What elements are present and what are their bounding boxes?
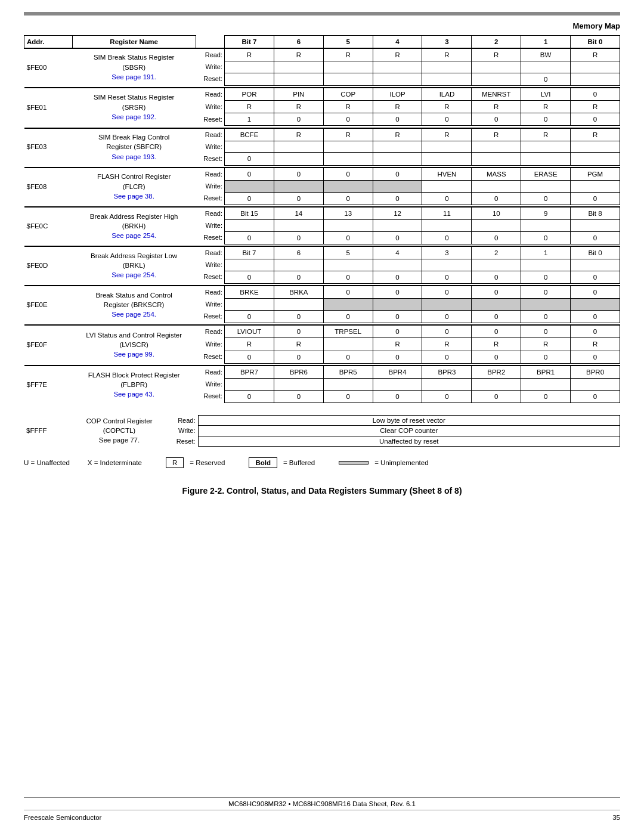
bit-cell: R bbox=[373, 338, 422, 351]
bit-cell: R bbox=[274, 101, 323, 113]
bit-cell: 11 bbox=[422, 207, 472, 220]
bit-cell: 0 bbox=[571, 390, 620, 402]
bit-cell: 0 bbox=[422, 390, 472, 402]
bit-cell: 0 bbox=[225, 168, 274, 181]
cop-write-label: Write: bbox=[173, 426, 198, 436]
bit-cell bbox=[274, 181, 323, 192]
bit-cell: 0 bbox=[274, 310, 323, 323]
cop-read-label: Read: bbox=[173, 415, 198, 425]
col-header-bit6: 6 bbox=[274, 36, 323, 49]
bit-cell bbox=[225, 181, 274, 192]
bit-cell: 14 bbox=[274, 207, 323, 220]
bit-cell bbox=[274, 61, 323, 73]
bit-cell bbox=[422, 61, 472, 73]
reg-link[interactable]: See page 254. bbox=[112, 271, 156, 278]
bit-cell: 0 bbox=[521, 286, 571, 299]
bit-cell: 0 bbox=[323, 192, 373, 205]
rw-cell: Write: bbox=[196, 379, 224, 390]
reg-link[interactable]: See page 192. bbox=[112, 113, 156, 120]
col-header-bit2: 2 bbox=[472, 36, 521, 49]
cop-read-row: $FFFF COP Control Register(COPCTL)See pa… bbox=[24, 415, 620, 425]
rw-cell: Write: bbox=[196, 220, 224, 231]
regname-cell: SIM Reset Status Register(SRSR)See page … bbox=[72, 88, 196, 126]
reg-link[interactable]: See page 43. bbox=[113, 391, 154, 398]
bit-cell: 0 bbox=[521, 351, 571, 363]
cop-read-value: Low byte of reset vector bbox=[198, 415, 620, 425]
bit-cell: 0 bbox=[373, 192, 422, 205]
rw-cell: Reset: bbox=[196, 351, 224, 363]
reg-link[interactable]: See page 254. bbox=[112, 232, 156, 239]
bit-cell bbox=[274, 73, 323, 85]
rw-cell: Reset: bbox=[196, 153, 224, 165]
reg-link[interactable]: See page 191. bbox=[112, 73, 156, 80]
bit-cell bbox=[323, 73, 373, 85]
footer-left: Freescale Semiconductor bbox=[24, 814, 101, 821]
bit-cell: 0 bbox=[472, 113, 521, 126]
bit-cell: 0 bbox=[571, 88, 620, 101]
bit-cell: 0 bbox=[274, 390, 323, 402]
bit-cell bbox=[225, 379, 274, 390]
reg-link[interactable]: See page 99. bbox=[113, 351, 154, 358]
table-row: $FE01SIM Reset Status Register(SRSR)See … bbox=[24, 88, 620, 101]
col-header-regname: Register Name bbox=[72, 36, 196, 49]
bit-cell bbox=[571, 181, 620, 192]
bit-cell: 2 bbox=[472, 246, 521, 259]
reg-link[interactable]: See page 38. bbox=[113, 193, 154, 200]
rw-cell: Read: bbox=[196, 366, 224, 379]
bit-cell bbox=[373, 73, 422, 85]
regname-cell: Break Status and ControlRegister (BRKSCR… bbox=[72, 286, 196, 323]
cop-link[interactable]: See page 77. bbox=[99, 436, 140, 444]
bit-cell: ILOP bbox=[373, 88, 422, 101]
rw-cell: Read: bbox=[196, 88, 224, 101]
rw-cell: Write: bbox=[196, 259, 224, 271]
bit-cell: BPR2 bbox=[472, 366, 521, 379]
bit-cell: 0 bbox=[274, 192, 323, 205]
bit-cell: ILAD bbox=[422, 88, 472, 101]
bit-cell bbox=[571, 153, 620, 165]
reg-link[interactable]: See page 193. bbox=[112, 153, 156, 160]
cop-reset-label: Reset: bbox=[173, 436, 198, 446]
bit-cell bbox=[274, 220, 323, 231]
reg-link[interactable]: See page 254. bbox=[112, 311, 156, 318]
bit-cell: 0 bbox=[274, 168, 323, 181]
table-row: $FE08FLASH Control Register(FLCR)See pag… bbox=[24, 168, 620, 181]
bit-cell: LVI bbox=[521, 88, 571, 101]
bit-cell: 0 bbox=[571, 351, 620, 363]
col-header-bit7: Bit 7 bbox=[225, 36, 274, 49]
footer-bottom: Freescale Semiconductor 35 bbox=[24, 813, 620, 821]
bit-cell: 5 bbox=[323, 246, 373, 259]
bit-cell: 0 bbox=[571, 231, 620, 244]
bit-cell bbox=[225, 220, 274, 231]
bit-cell: BPR4 bbox=[373, 366, 422, 379]
regname-cell: FLASH Block Protect Register(FLBPR)See p… bbox=[72, 366, 196, 402]
bit-cell: BCFE bbox=[225, 128, 274, 141]
bit-cell: R bbox=[323, 128, 373, 141]
bit-cell: 0 bbox=[373, 271, 422, 283]
bit-cell: 0 bbox=[521, 231, 571, 244]
bit-cell: R bbox=[373, 101, 422, 113]
bit-cell: Bit 7 bbox=[225, 246, 274, 259]
bit-cell: 0 bbox=[472, 310, 521, 323]
legend-x: X = Indeterminate bbox=[88, 459, 142, 466]
col-header-rw bbox=[196, 36, 224, 49]
rw-cell: Read: bbox=[196, 325, 224, 338]
bit-cell bbox=[521, 299, 571, 310]
bit-cell: 0 bbox=[373, 231, 422, 244]
bit-cell: 0 bbox=[571, 310, 620, 323]
rw-cell: Read: bbox=[196, 48, 224, 61]
bit-cell bbox=[571, 379, 620, 390]
bit-cell: 0 bbox=[225, 271, 274, 283]
bit-cell: 0 bbox=[472, 271, 521, 283]
bit-cell bbox=[373, 61, 422, 73]
bit-cell: HVEN bbox=[422, 168, 472, 181]
bit-cell: 0 bbox=[225, 192, 274, 205]
bit-cell: 0 bbox=[472, 351, 521, 363]
bit-cell: 0 bbox=[422, 113, 472, 126]
bit-cell bbox=[472, 220, 521, 231]
bit-cell: BPR3 bbox=[422, 366, 472, 379]
bit-cell: 0 bbox=[323, 231, 373, 244]
bit-cell: 0 bbox=[422, 351, 472, 363]
bit-cell bbox=[225, 61, 274, 73]
bit-cell bbox=[373, 181, 422, 192]
rw-cell: Read: bbox=[196, 207, 224, 220]
